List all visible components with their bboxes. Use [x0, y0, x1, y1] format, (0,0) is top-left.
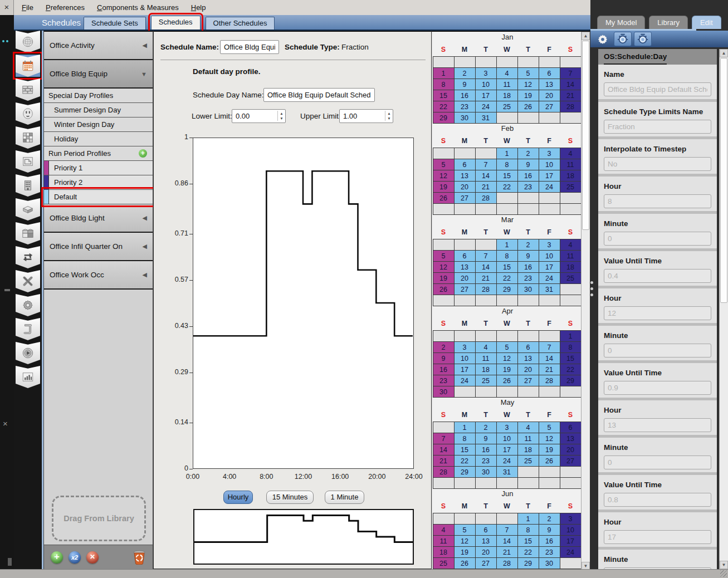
library-group-office-work-occ[interactable]: Office Work Occ◀	[44, 261, 153, 290]
scroll-up-icon[interactable]: ▲	[720, 49, 728, 57]
calendar-day-cell[interactable]: 29	[560, 375, 582, 386]
calendar-day-cell[interactable]: 4	[560, 239, 582, 251]
calendar-day-cell[interactable]: 27	[560, 455, 582, 467]
calendar-day-cell[interactable]: 23	[539, 546, 560, 558]
calendar-day-cell[interactable]: 20	[475, 546, 497, 558]
calendar-day-cell[interactable]: 27	[517, 375, 539, 386]
field-input[interactable]	[604, 344, 711, 357]
calendar-day-cell[interactable]: 19	[454, 546, 476, 558]
calendar-day-cell[interactable]: 17	[539, 261, 560, 273]
calendar-day-cell[interactable]: 9	[454, 79, 476, 90]
calendar-day-cell[interactable]: 26	[433, 192, 455, 204]
calendar-day-cell[interactable]: 5	[433, 250, 455, 262]
field-input[interactable]	[604, 269, 711, 283]
calendar-day-cell[interactable]: 13	[517, 352, 539, 364]
calendar-day-cell[interactable]: 19	[539, 444, 560, 455]
calendar-day-cell[interactable]: 15	[517, 535, 539, 547]
calendar-day-cell[interactable]: 18	[433, 546, 455, 558]
calendar-day-cell[interactable]: 19	[496, 364, 518, 375]
nav-facility-building-icon[interactable]	[16, 174, 40, 197]
calendar-day-cell[interactable]: 20	[517, 364, 539, 375]
calendar-day-cell[interactable]: 27	[454, 192, 476, 204]
library-group-office-infil-quarter-on[interactable]: Office Infil Quarter On◀	[44, 233, 153, 261]
calendar-day-cell[interactable]: 6	[517, 341, 539, 353]
calendar-day-cell[interactable]: 11	[433, 535, 455, 547]
calendar-day-cell[interactable]: 30	[517, 283, 539, 295]
calendar-day-cell[interactable]: 29	[517, 557, 539, 569]
calendar-day-cell[interactable]: 14	[560, 79, 582, 90]
calendar-day-cell[interactable]: 5	[454, 524, 476, 536]
calendar-day-cell[interactable]: 24	[496, 455, 518, 467]
resize-grip[interactable]	[720, 570, 727, 577]
calendar-day-cell[interactable]: 15	[454, 444, 476, 455]
field-input[interactable]	[604, 455, 711, 469]
calendar-day-cell[interactable]: 2	[454, 67, 476, 79]
calendar-day-cell[interactable]: 21	[496, 546, 518, 558]
nav-hvac-loop-icon[interactable]	[16, 246, 40, 268]
calendar-day-cell[interactable]: 7	[475, 159, 497, 170]
calendar-day-cell[interactable]: 18	[475, 364, 497, 375]
field-input[interactable]	[604, 493, 711, 507]
calendar-day-cell[interactable]: 15	[496, 261, 518, 273]
nav-schedules-calendar-icon[interactable]	[16, 55, 40, 77]
field-input[interactable]	[604, 82, 711, 96]
calendar-day-cell[interactable]: 14	[496, 535, 518, 547]
calendar-day-cell[interactable]: 25	[560, 272, 582, 284]
loop-clock-icon[interactable]	[634, 32, 652, 46]
nav-space-types-cube-icon[interactable]	[16, 126, 40, 149]
calendar-day-cell[interactable]: 1	[496, 239, 518, 251]
calendar-day-cell[interactable]: 20	[454, 272, 476, 284]
inspector-scrollbar[interactable]: ▲ ▼	[719, 49, 728, 569]
calendar-day-cell[interactable]: 4	[433, 524, 455, 536]
profile-item-priority-2[interactable]: Priority 2	[44, 175, 153, 190]
library-group-office-bldg-light[interactable]: Office Bldg Light◀	[44, 204, 153, 233]
calendar-day-cell[interactable]: 22	[517, 546, 539, 558]
nav-constructions-bricks-icon[interactable]	[16, 79, 40, 101]
calendar-day-cell[interactable]: 3	[539, 239, 560, 251]
calendar-day-cell[interactable]: 28	[475, 283, 497, 295]
interval-button-hourly[interactable]: Hourly	[223, 491, 253, 504]
tab-other-schedules[interactable]: Other Schedules	[206, 17, 275, 30]
calendar-day-cell[interactable]: 4	[560, 148, 582, 159]
add-button[interactable]: +	[51, 551, 63, 564]
calendar-day-cell[interactable]: 30	[454, 112, 476, 124]
calendar-day-cell[interactable]: 3	[496, 422, 518, 433]
field-input[interactable]	[604, 418, 711, 432]
calendar-day-cell[interactable]: 13	[560, 433, 582, 444]
calendar-day-cell[interactable]: 11	[560, 159, 582, 170]
calendar-day-cell[interactable]: 16	[475, 444, 497, 455]
calendar-day-cell[interactable]: 19	[433, 181, 455, 193]
gear-icon[interactable]	[594, 32, 612, 46]
add-profile-icon[interactable]: +	[139, 149, 147, 158]
calendar-day-cell[interactable]: 12	[454, 535, 476, 547]
calendar-day-cell[interactable]: 16	[433, 364, 455, 375]
profile-item-summer-design-day[interactable]: Summer Design Day	[44, 103, 153, 117]
calendar-day-cell[interactable]: 4	[496, 67, 518, 79]
calendar-day-cell[interactable]: 12	[433, 170, 455, 182]
calendar-day-cell[interactable]: 27	[454, 283, 476, 295]
calendar-scrollbar[interactable]: ▲ ▼	[581, 32, 590, 569]
library-group-office-bldg-equip[interactable]: Office Bldg Equip▼	[44, 60, 153, 89]
calendar-day-cell[interactable]: 7	[475, 250, 497, 262]
scroll-down-icon[interactable]: ▼	[720, 561, 728, 569]
right-tab-library[interactable]: Library	[649, 16, 688, 29]
calendar-day-cell[interactable]: 22	[496, 272, 518, 284]
calendar-day-cell[interactable]: 28	[496, 557, 518, 569]
calendar-day-cell[interactable]: 16	[517, 170, 539, 182]
panel-splitter-handle[interactable]	[590, 281, 594, 300]
calendar-day-cell[interactable]: 23	[517, 272, 539, 284]
calendar-day-cell[interactable]: 14	[475, 261, 497, 273]
calendar-day-cell[interactable]: 11	[517, 433, 539, 444]
right-tab-my-model[interactable]: My Model	[597, 16, 645, 29]
calendar-day-cell[interactable]: 6	[454, 250, 476, 262]
calendar-day-cell[interactable]: 8	[433, 79, 455, 90]
calendar-day-cell[interactable]: 21	[560, 90, 582, 101]
field-input[interactable]	[604, 157, 711, 171]
calendar-day-cell[interactable]: 5	[539, 422, 560, 433]
menu-item-help[interactable]: Help	[189, 2, 208, 13]
menu-item-preferences[interactable]: Preferences	[43, 2, 87, 13]
tab-schedule-sets[interactable]: Schedule Sets	[84, 17, 146, 30]
calendar-day-cell[interactable]: 3	[539, 148, 560, 159]
calendar-day-cell[interactable]: 27	[475, 557, 497, 569]
calendar-day-cell[interactable]: 31	[475, 112, 497, 124]
